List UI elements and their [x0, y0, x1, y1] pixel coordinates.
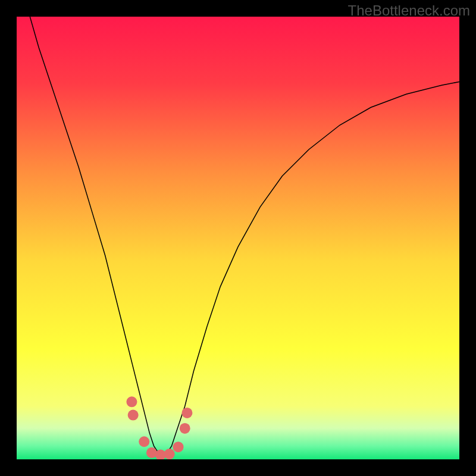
chart-background [17, 17, 459, 459]
chart-plot-area [17, 17, 459, 459]
marker-dot [126, 396, 137, 407]
chart-svg [17, 17, 459, 459]
marker-dot [181, 408, 192, 418]
marker-dot [180, 423, 190, 434]
outer-frame: TheBottleneck.com [0, 0, 476, 476]
marker-dot [173, 441, 184, 452]
marker-dot [139, 436, 149, 447]
marker-dot [164, 449, 175, 459]
marker-dot [128, 410, 139, 421]
